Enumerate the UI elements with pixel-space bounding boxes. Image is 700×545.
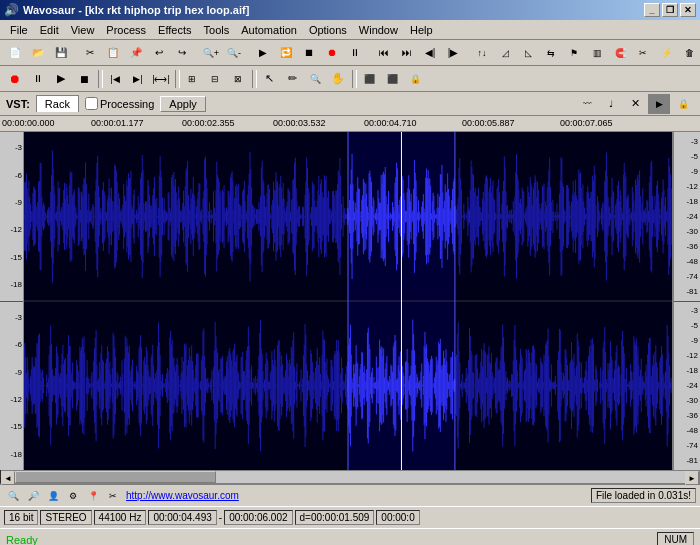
rec2-button[interactable]: ⏺: [4, 69, 26, 89]
timeline-ruler: 00:00:00.000 00:00:01.177 00:00:02.355 0…: [0, 116, 700, 132]
new-button[interactable]: 📄: [4, 43, 26, 63]
status-icon-4[interactable]: ⚙: [64, 487, 82, 505]
menu-help[interactable]: Help: [404, 22, 439, 38]
mix3-button[interactable]: 🔒: [404, 69, 426, 89]
normalize-button[interactable]: ↑↓: [471, 43, 493, 63]
zoom-in-button[interactable]: 🔍+: [200, 43, 222, 63]
play-tools: ▶ 🔁 ⏹ ⏺ ⏸: [252, 43, 366, 63]
select-inv-button[interactable]: ⊠: [227, 69, 249, 89]
arrow-tool-button[interactable]: ↖: [258, 69, 280, 89]
minimize-button[interactable]: _: [644, 3, 660, 17]
next-marker-button[interactable]: |▶: [442, 43, 464, 63]
open-button[interactable]: 📂: [27, 43, 49, 63]
menu-file[interactable]: File: [4, 22, 34, 38]
zoom-tool-button[interactable]: 🔍: [304, 69, 326, 89]
paste-button[interactable]: 📌: [125, 43, 147, 63]
horizontal-scrollbar[interactable]: ◄ ►: [0, 470, 700, 484]
close-button[interactable]: ✕: [680, 3, 696, 17]
marker-button[interactable]: ⚑: [563, 43, 585, 63]
gain-button[interactable]: ⚡: [655, 43, 677, 63]
copy-button[interactable]: 📋: [102, 43, 124, 63]
ruler-2: 00:00:02.355: [182, 118, 235, 128]
save-button[interactable]: 💾: [50, 43, 72, 63]
status-icon-2[interactable]: 🔎: [24, 487, 42, 505]
mix1-button[interactable]: ⬛: [358, 69, 380, 89]
loop-play-button[interactable]: 🔁: [275, 43, 297, 63]
loop-end-button[interactable]: ▶|: [127, 69, 149, 89]
select-none-button[interactable]: ⊟: [204, 69, 226, 89]
wave-icon[interactable]: 〰: [576, 94, 598, 114]
restore-button[interactable]: ❐: [662, 3, 678, 17]
waveform-canvas: [24, 132, 672, 470]
title-bar-controls[interactable]: _ ❐ ✕: [644, 3, 696, 17]
select-tools: ⊞ ⊟ ⊠: [181, 69, 249, 89]
redo-button[interactable]: ↪: [171, 43, 193, 63]
menu-tools[interactable]: Tools: [198, 22, 236, 38]
title-bar: 🔊 Wavosaur - [klx rkt hiphop trip hex lo…: [0, 0, 700, 20]
menu-effects[interactable]: Effects: [152, 22, 197, 38]
minus-icon[interactable]: ✕: [624, 94, 646, 114]
waveform-display[interactable]: [24, 132, 672, 470]
menu-options[interactable]: Options: [303, 22, 353, 38]
app-icon: 🔊: [4, 3, 19, 17]
lock-icon[interactable]: 🔒: [672, 94, 694, 114]
status-separator: -: [219, 512, 222, 523]
toolbar-2: ⏺ ⏸ ▶ ⏹ |◀ ▶| |⟷| ⊞ ⊟ ⊠ ↖ ✏ 🔍 ✋ ⬛ ⬛ 🔒: [0, 66, 700, 92]
menu-process[interactable]: Process: [100, 22, 152, 38]
snap-button[interactable]: 🧲: [609, 43, 631, 63]
record-button[interactable]: ⏺: [321, 43, 343, 63]
apply-button[interactable]: Apply: [160, 96, 206, 112]
cut-button[interactable]: ✂: [79, 43, 101, 63]
undo-button[interactable]: ↩: [148, 43, 170, 63]
loop-button[interactable]: ⇆: [540, 43, 562, 63]
mix2-button[interactable]: ⬛: [381, 69, 403, 89]
menu-edit[interactable]: Edit: [34, 22, 65, 38]
status-bar: 🔍 🔎 👤 ⚙ 📍 ✂ http://www.wavosaur.com File…: [0, 484, 700, 506]
hand-tool-button[interactable]: ✋: [327, 69, 349, 89]
pause2-button[interactable]: ⏸: [27, 69, 49, 89]
stop-button[interactable]: ⏹: [298, 43, 320, 63]
scrollbar-thumb[interactable]: [15, 471, 216, 483]
stop2-button[interactable]: ⏹: [73, 69, 95, 89]
status-icon-6[interactable]: ✂: [104, 487, 122, 505]
play2-button[interactable]: ▶: [50, 69, 72, 89]
menu-window[interactable]: Window: [353, 22, 404, 38]
edit-tools: ✂ 📋 📌 ↩ ↪: [79, 43, 193, 63]
dbr-b2: -5: [676, 321, 698, 330]
mix-tools: ⬛ ⬛ 🔒: [358, 69, 426, 89]
status-icon-3[interactable]: 👤: [44, 487, 62, 505]
play-button[interactable]: ▶: [252, 43, 274, 63]
menu-view[interactable]: View: [65, 22, 101, 38]
loop-all-button[interactable]: |⟷|: [150, 69, 172, 89]
fast-forward-button[interactable]: ⏭: [396, 43, 418, 63]
fade-in-button[interactable]: ◿: [494, 43, 516, 63]
scroll-right-arrow[interactable]: ►: [685, 471, 699, 485]
processing-checkbox[interactable]: [85, 97, 98, 110]
pencil-tool-button[interactable]: ✏: [281, 69, 303, 89]
delete-button[interactable]: 🗑: [678, 43, 700, 63]
status-loaded: File loaded in 0.031s!: [591, 488, 696, 503]
pause-button[interactable]: ⏸: [344, 43, 366, 63]
play-mini-icon[interactable]: ▶: [648, 94, 670, 114]
prev-marker-button[interactable]: ◀|: [419, 43, 441, 63]
website-link[interactable]: http://www.wavosaur.com: [126, 490, 239, 501]
loop-start-button[interactable]: |◀: [104, 69, 126, 89]
db-bot-12: -12: [0, 395, 22, 404]
dbr-t4: -12: [676, 182, 698, 191]
zoom-out-button[interactable]: 🔍-: [223, 43, 245, 63]
fade-out-button[interactable]: ◺: [517, 43, 539, 63]
trim-button[interactable]: ✂: [632, 43, 654, 63]
rewind-button[interactable]: ⏮: [373, 43, 395, 63]
region-button[interactable]: ▥: [586, 43, 608, 63]
ruler-1: 00:00:01.177: [91, 118, 144, 128]
status-icons: 🔍 🔎 👤 ⚙ 📍 ✂: [4, 487, 122, 505]
vst-tab-rack[interactable]: Rack: [36, 95, 79, 112]
db-top-6: -6: [0, 171, 22, 180]
scroll-left-arrow[interactable]: ◄: [1, 471, 15, 485]
status-icon-1[interactable]: 🔍: [4, 487, 22, 505]
select-all-button[interactable]: ⊞: [181, 69, 203, 89]
dbr-t5: -18: [676, 197, 698, 206]
tempo-icon[interactable]: ♩: [600, 94, 622, 114]
status-icon-5[interactable]: 📍: [84, 487, 102, 505]
menu-automation[interactable]: Automation: [235, 22, 303, 38]
